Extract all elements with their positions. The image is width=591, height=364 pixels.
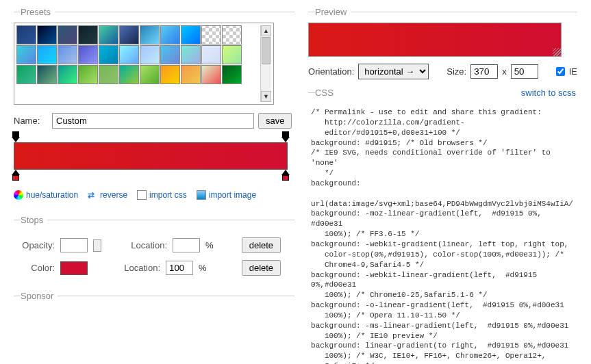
preset-swatch[interactable] [160,25,180,44]
presets-panel: ▲ ▼ [14,23,274,105]
scroll-down-arrow[interactable]: ▼ [261,91,271,102]
preset-swatch[interactable] [140,65,160,84]
preview-resize-handle[interactable] [553,48,561,56]
opacity-location-input[interactable] [173,238,200,252]
preset-swatch[interactable] [160,45,180,64]
stops-section: Stops Opacity: Location: % delete Color:… [14,215,294,283]
import-image-action[interactable]: import image [197,190,256,200]
color-location-label: Location: [119,263,160,273]
orientation-label: Orientation: [308,66,354,77]
preset-swatch[interactable] [181,45,201,64]
ie-checkbox[interactable] [556,67,565,76]
preset-swatch[interactable] [222,25,242,44]
stops-legend: Stops [21,215,47,225]
size-label: Size: [447,66,466,77]
preset-swatch[interactable] [99,25,118,44]
preset-swatch[interactable] [16,45,36,64]
preset-swatch[interactable] [16,65,36,84]
percent-2: % [199,263,207,273]
css-output[interactable]: /* Permalink - use to edit and share thi… [308,103,577,364]
percent-1: % [205,240,214,250]
import-css-icon [137,190,147,200]
preset-swatch[interactable] [181,25,201,44]
switch-to-scss-link[interactable]: switch to scss [521,88,576,98]
color-stop-left[interactable] [12,170,20,181]
import-image-icon [197,190,206,200]
color-location-input[interactable] [166,261,193,275]
preset-swatch[interactable] [58,65,77,84]
preset-swatch[interactable] [222,65,242,84]
opacity-stop-right[interactable] [281,131,290,142]
save-button[interactable]: save [258,113,292,129]
opacity-stop-left[interactable] [12,131,20,142]
scroll-up-arrow[interactable]: ▲ [261,25,271,36]
preset-swatch[interactable] [58,45,77,64]
preset-swatch[interactable] [37,25,57,44]
preset-swatch[interactable] [37,65,57,84]
preset-swatch[interactable] [140,25,160,44]
color-delete-button[interactable]: delete [242,260,281,276]
preset-swatch[interactable] [119,25,139,44]
name-input[interactable] [52,113,254,129]
hue-saturation-action[interactable]: hue/saturation [14,190,78,200]
opacity-input[interactable] [60,238,88,252]
preview-section: Preview Orientation: horizontal → Size: … [308,7,577,79]
preset-swatch[interactable] [99,45,118,64]
presets-section: Presets ▲ ▼ Name: save [14,7,294,207]
preset-swatch[interactable] [181,65,201,84]
opacity-label: Opacity: [14,240,55,250]
css-legend-text: CSS [315,88,334,98]
preset-swatch[interactable] [201,25,221,44]
preset-swatch[interactable] [201,65,221,84]
scroll-thumb[interactable] [262,37,271,64]
preset-swatch[interactable] [140,45,160,64]
opacity-stepper[interactable] [93,239,101,252]
gradient-bar[interactable] [14,142,288,170]
preset-swatch[interactable] [201,45,221,64]
preset-swatch[interactable] [99,65,118,84]
preset-swatch[interactable] [58,25,77,44]
preset-swatch[interactable] [78,65,98,84]
reverse-icon: ⇄ [88,190,97,200]
presets-grid [16,25,260,102]
hue-icon [14,190,23,200]
color-label: Color: [14,263,55,273]
preview-box [308,23,562,57]
reverse-action[interactable]: ⇄reverse [88,190,127,200]
orientation-select[interactable]: horizontal → [358,64,429,79]
preset-swatch[interactable] [37,45,57,64]
opacity-location-label: Location: [126,240,167,250]
color-swatch[interactable] [60,261,88,275]
preset-swatch[interactable] [78,45,98,64]
sponsor-section: Sponsor [14,291,294,307]
ie-label: IE [569,66,577,77]
size-x: x [502,66,507,77]
css-legend: CSS switch to scss [315,88,584,98]
height-input[interactable] [511,64,538,79]
css-section: CSS switch to scss /* Permalink - use to… [308,88,577,364]
name-label: Name: [14,116,48,126]
presets-scrollbar[interactable]: ▲ ▼ [260,25,271,102]
presets-legend: Presets [21,7,55,17]
preset-swatch[interactable] [222,45,242,64]
preset-swatch[interactable] [16,25,36,44]
preset-swatch[interactable] [160,65,180,84]
import-css-action[interactable]: import css [137,190,187,200]
sponsor-legend: Sponsor [21,291,58,301]
preset-swatch[interactable] [119,65,139,84]
preview-legend: Preview [315,7,351,17]
opacity-delete-button[interactable]: delete [242,237,281,253]
width-input[interactable] [470,64,498,79]
preset-swatch[interactable] [78,25,98,44]
gradient-editor[interactable] [14,142,288,170]
color-stop-right[interactable] [281,170,290,181]
preset-swatch[interactable] [119,45,139,64]
